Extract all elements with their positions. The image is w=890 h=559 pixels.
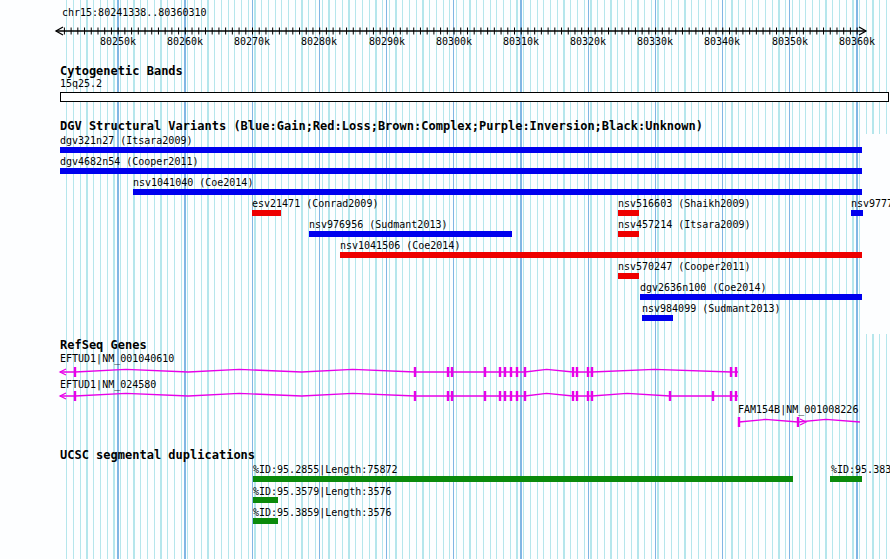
- section-title-refseq: RefSeq Genes: [60, 339, 147, 352]
- variant-bar[interactable]: [618, 273, 639, 279]
- section-title-segdup: UCSC segmental duplications: [60, 449, 255, 462]
- section-title-dgv: DGV Structural Variants (Blue:Gain;Red:L…: [60, 120, 703, 133]
- variant-bar[interactable]: [60, 147, 862, 153]
- cytoband-name: 15q25.2: [60, 78, 102, 89]
- segdup-bar[interactable]: [830, 476, 862, 482]
- cytoband-bar[interactable]: [60, 92, 889, 102]
- variant-bar[interactable]: [851, 210, 863, 216]
- variant-bar[interactable]: [642, 315, 673, 321]
- segdup-bar[interactable]: [253, 476, 793, 482]
- variant-bar[interactable]: [60, 168, 862, 174]
- variant-bar[interactable]: [252, 210, 281, 216]
- variant-bar[interactable]: [618, 210, 639, 216]
- section-title-cytobands: Cytogenetic Bands: [60, 65, 183, 78]
- segdup-bar[interactable]: [253, 497, 278, 503]
- variant-bar[interactable]: [309, 231, 512, 237]
- genome-browser-view: chr15:80241338..80360310 Cytogenetic Ban…: [0, 0, 890, 559]
- region-label: chr15:80241338..80360310: [62, 7, 207, 18]
- variant-bar[interactable]: [618, 231, 639, 237]
- segdup-bar[interactable]: [253, 518, 278, 524]
- variant-bar[interactable]: [640, 294, 862, 300]
- variant-bar[interactable]: [133, 189, 862, 195]
- variant-bar[interactable]: [340, 252, 862, 258]
- grid-mask: [862, 134, 890, 334]
